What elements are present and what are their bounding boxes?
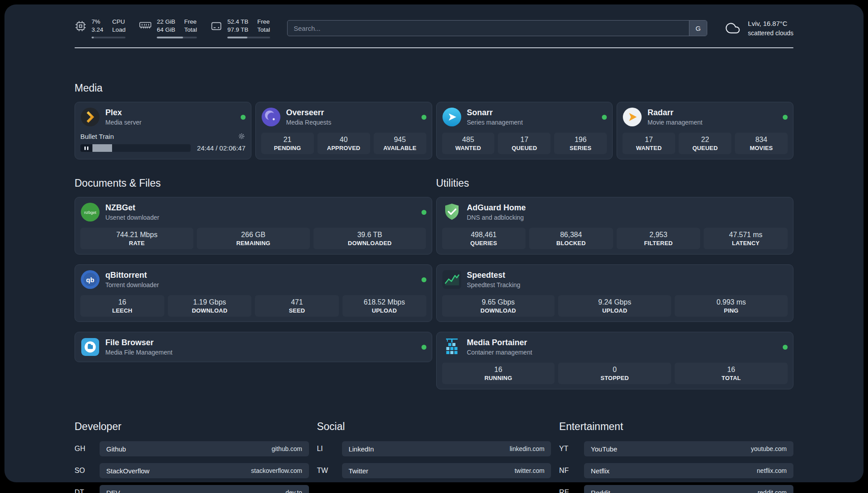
overseerr-icon [261, 107, 281, 127]
status-dot [421, 345, 426, 350]
weather-widget: Lviv, 16.87°C scattered clouds [723, 19, 793, 38]
ram-widget: 22 GiB 64 GiB Free Total [139, 18, 197, 38]
svg-text:qb: qb [86, 276, 94, 284]
app-subtitle: Speedtest Tracking [467, 281, 521, 289]
stat-label: QUEUED [680, 145, 730, 151]
ram-label-2: Total [184, 26, 197, 34]
sonarr-icon [442, 107, 462, 127]
entertainment-column: Entertainment YT YouTube youtube.com NF … [559, 421, 793, 493]
stat-value: 618.52 Mbps [344, 298, 425, 306]
link-name: YouTube [591, 445, 617, 453]
stat-label: LATENCY [705, 240, 786, 246]
stat-value: 16 [82, 298, 163, 306]
stat-label: SERIES [556, 145, 605, 151]
disk-widget: 52.4 TB 97.9 TB Free Total [210, 18, 270, 38]
radarr-icon [622, 107, 642, 127]
header-divider [75, 47, 793, 48]
qbittorrent-icon: qb [80, 270, 100, 289]
settings-gear-icon[interactable] [238, 132, 246, 140]
link-row-twitter[interactable]: TW Twitter twitter.com [317, 463, 551, 478]
stat-value: 485 [444, 136, 493, 144]
pause-button[interactable] [80, 144, 92, 152]
stat-value: 1.19 Gbps [170, 298, 250, 306]
link-abbr: RE [559, 489, 584, 493]
link-row-youtube[interactable]: YT YouTube youtube.com [559, 441, 793, 456]
cpu-load: 3.24 [92, 26, 103, 34]
link-row-netflix[interactable]: NF Netflix netflix.com [559, 463, 793, 478]
stat-value: 945 [376, 136, 425, 144]
filebrowser-card[interactable]: File Browser Media File Management [75, 332, 432, 362]
speedtest-icon [442, 270, 462, 289]
stat-value: 47.571 ms [705, 231, 786, 239]
stat-value: 86,384 [531, 231, 611, 239]
app-name: Plex [105, 108, 142, 118]
stat-value: 39.6 TB [315, 231, 425, 239]
media-progress-bar[interactable] [92, 144, 191, 152]
ram-free: 22 GiB [157, 18, 175, 26]
link-name: LinkedIn [349, 445, 374, 453]
stat-value: 9.24 Gbps [560, 298, 669, 306]
dashboard: 7% 3.24 CPU Load [4, 4, 864, 482]
cpu-percent: 7% [92, 18, 103, 26]
now-playing-title: Bullet Train [80, 133, 114, 140]
app-subtitle: Torrent downloader [105, 281, 159, 289]
disk-label-2: Total [257, 26, 270, 34]
stat-value: 21 [263, 136, 312, 144]
stat-label: RATE [82, 240, 192, 246]
link-row-dev[interactable]: DT DEV dev.to [75, 485, 309, 493]
stat-value: 0 [560, 366, 669, 374]
adguard-card[interactable]: AdGuard Home DNS and adblocking 498,461 … [436, 197, 794, 255]
link-abbr: DT [75, 489, 100, 493]
disk-total: 97.9 TB [227, 26, 248, 34]
link-row-github[interactable]: GH Github github.com [75, 441, 309, 456]
search-bar: G [287, 20, 707, 36]
nzbget-card[interactable]: nzbget NZBGet Usenet downloader 744.21 M… [75, 197, 432, 255]
stat-label: QUEUED [500, 145, 549, 151]
stat-label: UPLOAD [344, 307, 425, 314]
pause-icon [84, 146, 86, 150]
stat-value: 2,953 [618, 231, 699, 239]
link-row-linkedin[interactable]: LI LinkedIn linkedin.com [317, 441, 551, 456]
google-search-button[interactable]: G [689, 21, 707, 36]
link-domain: linkedin.com [510, 445, 545, 452]
utilities-column: Utilities [436, 177, 794, 389]
app-name: NZBGet [105, 203, 159, 213]
plex-card[interactable]: Plex Media server Bullet Train [75, 102, 251, 159]
stat-label: BLOCKED [531, 240, 611, 246]
portainer-card[interactable]: Media Portainer Container management 16 … [436, 332, 794, 389]
cpu-widget: 7% 3.24 CPU Load [75, 18, 125, 38]
stat-label: SEED [257, 307, 337, 314]
disk-icon [210, 20, 222, 32]
app-name: Speedtest [467, 271, 521, 280]
radarr-card[interactable]: Radarr Movie management 17 WANTED 22 QUE… [617, 102, 793, 159]
link-name: DEV [106, 489, 120, 493]
sonarr-card[interactable]: Sonarr Series management 485 WANTED 17 Q… [436, 102, 613, 159]
weather-location: Lviv, 16.87°C [748, 19, 793, 29]
stat-tile: 196 SERIES [554, 133, 607, 154]
qbittorrent-card[interactable]: qb qBittorrent Torrent downloader 16 LEE… [75, 264, 432, 322]
link-domain: stackoverflow.com [251, 467, 302, 474]
svg-text:nzbget: nzbget [84, 210, 96, 215]
stat-tile: 744.21 Mbps RATE [80, 228, 193, 249]
app-name: AdGuard Home [467, 203, 526, 213]
link-row-reddit[interactable]: RE Reddit reddit.com [559, 485, 793, 493]
stat-tile: 17 QUEUED [498, 133, 551, 154]
link-row-stackoverflow[interactable]: SO StackOverflow stackoverflow.com [75, 463, 309, 478]
stat-label: DOWNLOAD [170, 307, 250, 314]
stat-label: AVAILABLE [376, 145, 425, 151]
stat-label: RUNNING [444, 375, 553, 381]
filebrowser-icon [80, 337, 100, 357]
stat-tile: 9.24 Gbps UPLOAD [558, 295, 671, 317]
app-name: Radarr [647, 108, 702, 118]
stat-label: STOPPED [560, 375, 669, 381]
link-domain: netflix.com [757, 467, 787, 474]
overseerr-card[interactable]: Overseerr Media Requests 21 PENDING 40 A… [255, 102, 432, 159]
stat-value: 834 [737, 136, 786, 144]
speedtest-card[interactable]: Speedtest Speedtest Tracking 9.65 Gbps D… [436, 264, 794, 322]
cpu-icon [75, 20, 87, 32]
stat-label: TOTAL [676, 375, 786, 381]
stat-label: QUERIES [444, 240, 524, 246]
stat-value: 17 [624, 136, 673, 144]
search-input[interactable] [287, 20, 707, 36]
portainer-icon [442, 337, 462, 357]
